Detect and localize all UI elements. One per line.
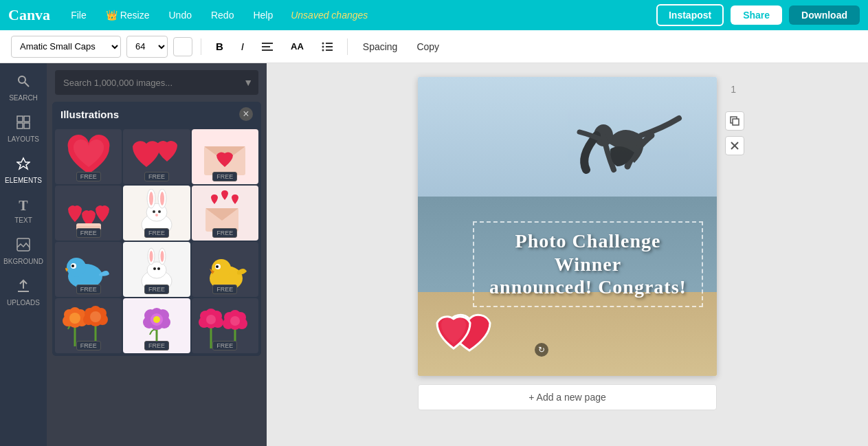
bold-button[interactable]: B (210, 36, 230, 58)
sidebar-layouts-label: LAYOUTS (8, 135, 39, 143)
heart-sticker[interactable] (432, 304, 493, 355)
illustration-item[interactable]: FREE (123, 242, 190, 297)
svg-point-40 (67, 258, 86, 277)
nav-right-actions: Instapost Share Download (656, 4, 860, 26)
svg-point-9 (19, 76, 25, 83)
free-badge: FREE (144, 341, 169, 350)
sidebar-item-search[interactable]: SEARCH (0, 69, 47, 107)
svg-marker-15 (17, 158, 30, 169)
canvas-text-line1: Photo Challenge Winner (485, 230, 691, 276)
search-dropdown-icon[interactable]: ▼ (243, 77, 253, 88)
illustration-item[interactable]: FREE (192, 298, 258, 353)
copy-canvas-button[interactable] (725, 111, 744, 131)
layouts-icon (16, 115, 30, 133)
illustration-item[interactable]: FREE (55, 186, 122, 241)
search-input[interactable] (55, 70, 258, 95)
elements-panel: ▼ (47, 63, 267, 446)
svg-point-42 (71, 265, 74, 267)
illustration-item[interactable]: FREE (192, 186, 258, 241)
redo-button[interactable]: Redo (207, 7, 238, 23)
illustration-item[interactable]: FREE (123, 298, 190, 353)
sidebar-item-layouts[interactable]: LAYOUTS (0, 110, 47, 148)
illustration-item[interactable]: FREE (123, 129, 190, 184)
help-menu[interactable]: Help (249, 7, 277, 23)
top-navigation: Canva File 👑 Resize Undo Redo Help Unsav… (0, 0, 868, 30)
free-badge: FREE (212, 285, 237, 294)
canvas-wrapper: 1 (418, 77, 717, 410)
svg-point-31 (149, 192, 153, 205)
sidebar-search-label: SEARCH (9, 94, 38, 102)
add-page-button[interactable]: + Add a new page (418, 384, 717, 410)
free-badge: FREE (212, 228, 237, 238)
illustrations-title: Illustrations (60, 109, 119, 120)
rotate-handle[interactable]: ↻ (535, 343, 548, 357)
svg-point-35 (158, 210, 161, 213)
font-family-select[interactable]: Amatic Small Caps (11, 36, 121, 58)
svg-point-54 (216, 265, 219, 268)
share-button[interactable]: Share (731, 5, 782, 25)
toolbar-divider-2 (347, 38, 348, 55)
file-menu[interactable]: File (67, 7, 91, 23)
svg-point-80 (153, 316, 160, 323)
list-button[interactable] (315, 36, 339, 58)
svg-point-33 (160, 192, 164, 205)
free-badge: FREE (76, 341, 101, 350)
italic-button[interactable]: I (235, 36, 250, 58)
illustration-item[interactable]: FREE (55, 129, 122, 184)
search-icon (16, 74, 30, 91)
svg-point-50 (157, 267, 160, 270)
canvas-text-line2: announced! Congrats! (485, 276, 691, 299)
svg-point-3 (322, 42, 324, 44)
illustrations-header: Illustrations × (52, 102, 261, 126)
sidebar-item-background[interactable]: BKGROUND (0, 232, 47, 271)
formatting-toolbar: Amatic Small Caps 64 B I AA Spacing Copy (0, 30, 868, 63)
svg-rect-14 (24, 123, 30, 129)
svg-point-71 (90, 311, 101, 322)
case-button[interactable]: AA (285, 36, 310, 58)
resize-menu[interactable]: 👑 Resize (102, 7, 154, 23)
illustration-item[interactable]: FREE (192, 242, 258, 297)
svg-rect-12 (24, 116, 30, 122)
delete-canvas-button[interactable] (725, 136, 744, 155)
free-badge: FREE (144, 285, 169, 294)
svg-point-7 (322, 49, 324, 51)
canva-logo[interactable]: Canva (8, 6, 50, 24)
illustrations-close-button[interactable]: × (239, 107, 253, 121)
spacing-button[interactable]: Spacing (356, 38, 405, 55)
svg-point-96 (230, 316, 240, 326)
svg-point-49 (153, 267, 156, 270)
svg-point-88 (206, 315, 216, 324)
list-icon (322, 42, 333, 52)
canvas-text-overlay[interactable]: Photo Challenge Winner announced! Congra… (473, 221, 703, 307)
instapost-button[interactable]: Instapost (656, 4, 724, 26)
illustration-item[interactable]: FREE (123, 186, 190, 241)
illustration-item[interactable]: FREE (55, 242, 122, 297)
sidebar-item-elements[interactable]: ELEMENTS (0, 151, 47, 190)
font-size-select[interactable]: 64 (126, 36, 168, 58)
text-icon: T (19, 198, 27, 214)
svg-rect-13 (17, 123, 23, 129)
svg-point-48 (160, 251, 164, 262)
download-button[interactable]: Download (789, 5, 860, 25)
undo-button[interactable]: Undo (164, 7, 195, 23)
free-badge: FREE (76, 228, 101, 238)
illustration-item[interactable]: FREE (192, 129, 258, 184)
page-number: 1 (731, 84, 736, 95)
sidebar-uploads-label: UPLOADS (7, 299, 40, 306)
align-button[interactable] (256, 36, 279, 58)
uploads-icon (16, 279, 30, 296)
illustration-item[interactable]: FREE (55, 298, 122, 353)
illustrations-grid: FREE FREE FREE (52, 126, 261, 356)
free-badge: FREE (144, 172, 169, 181)
svg-point-52 (212, 259, 231, 278)
sidebar-elements-label: ELEMENTS (5, 177, 42, 184)
align-icon (262, 42, 273, 52)
unsaved-changes-label: Unsaved changes (291, 10, 368, 21)
canvas[interactable]: Photo Challenge Winner announced! Congra… (418, 77, 717, 376)
copy-button[interactable]: Copy (410, 38, 446, 55)
elements-icon (16, 157, 30, 174)
font-color-picker[interactable] (173, 37, 192, 56)
sidebar-item-uploads[interactable]: UPLOADS (0, 274, 47, 312)
sidebar-item-text[interactable]: T TEXT (0, 192, 47, 230)
free-badge: FREE (76, 285, 101, 294)
